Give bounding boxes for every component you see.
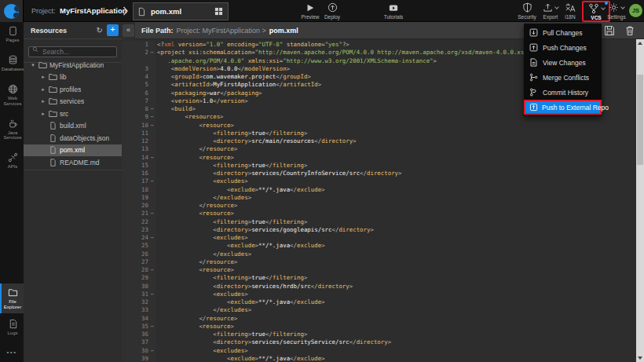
gutter-spacer <box>148 194 156 202</box>
code-line[interactable]: 30 <directory>services/hrdb/src</directo… <box>122 283 636 291</box>
scroll-up-arrow[interactable] <box>638 42 642 45</box>
code-line[interactable]: 19 </excludes> <box>122 194 636 202</box>
code-line[interactable]: 15 <filtering>true</filtering> <box>122 162 636 170</box>
code-line[interactable]: 28− <resource> <box>122 266 636 274</box>
fold-marker[interactable]: − <box>148 347 156 355</box>
sidebar-item-databases[interactable]: Databases <box>0 51 24 75</box>
tree-item-lib[interactable]: ▸lib <box>24 71 122 84</box>
menu-item-merge[interactable]: Merge Conflicts <box>524 70 602 85</box>
code-line[interactable]: 35− <resource> <box>122 323 636 331</box>
code-line[interactable]: 29 <filtering>true</filtering> <box>122 274 636 282</box>
code-line[interactable]: 38− <excludes> <box>122 347 636 355</box>
collapse-panel-button[interactable]: « <box>123 24 134 37</box>
fold-marker[interactable]: − <box>148 49 156 57</box>
i18n-button[interactable]: i18N <box>558 2 582 20</box>
sidebar-item-file-explorer[interactable]: File Explorer <box>0 283 24 313</box>
code-line[interactable]: 37 <directory>services/securityService/s… <box>122 338 636 346</box>
fold-marker[interactable]: − <box>148 266 156 274</box>
line-number: 9 <box>122 113 148 121</box>
code-line[interactable]: 24− <excludes> <box>122 234 636 242</box>
file-icon <box>48 122 57 130</box>
menu-item-push[interactable]: Push Changes <box>524 40 602 55</box>
code-line[interactable]: 14− <resource> <box>122 154 636 162</box>
fold-marker[interactable]: − <box>148 291 156 298</box>
tree-item-build-xml[interactable]: build.xml <box>24 120 122 133</box>
grid-icon[interactable] <box>214 7 223 16</box>
delete-button[interactable] <box>624 25 636 37</box>
code-line[interactable]: 32 <exclude>**/*.java</exclude> <box>122 298 636 306</box>
vertical-scrollbar[interactable] <box>636 39 644 362</box>
wavemaker-logo-icon <box>4 4 19 19</box>
sidebar-overflow-button[interactable]: ••• <box>0 344 24 362</box>
code-line[interactable]: 18 <exclude>**/*.java</exclude> <box>122 186 636 194</box>
sidebar-item-web-services[interactable]: Web Services <box>0 80 24 110</box>
save-button[interactable] <box>604 25 616 37</box>
code-line[interactable]: 17− <excludes> <box>122 177 636 185</box>
line-number: 20 <box>122 202 148 210</box>
sidebar-item-apis[interactable]: APIs <box>0 148 24 173</box>
deploy-button[interactable]: Deploy <box>318 2 346 20</box>
file-icon <box>48 159 57 166</box>
code-line[interactable]: 31− <excludes> <box>122 291 636 298</box>
tutorials-button[interactable]: Tutorials <box>379 2 408 20</box>
menu-item-history[interactable]: Commit History <box>524 85 602 100</box>
fold-marker[interactable]: − <box>148 323 156 331</box>
code-line[interactable]: 23 <directory>services/googleapis/src</d… <box>122 226 636 234</box>
code-line[interactable]: 13 </resource> <box>122 145 636 153</box>
fold-marker[interactable]: − <box>148 105 156 113</box>
code-line[interactable]: 33 </excludes> <box>122 306 636 314</box>
code-line[interactable]: 22 <filtering>true</filtering> <box>122 218 636 226</box>
code-line[interactable]: 12 <directory>src/main/resources</direct… <box>122 137 636 145</box>
git-branch-icon <box>588 3 599 14</box>
deploy-icon <box>327 2 338 13</box>
tree-item-readme-md[interactable]: README.md <box>24 156 122 169</box>
folder-icon <box>48 97 57 105</box>
menu-item-pull[interactable]: Pull Changes <box>524 25 602 40</box>
sidebar-item-logs[interactable]: Logs <box>0 315 24 339</box>
code-line[interactable]: 26 </excludes> <box>122 250 636 258</box>
tree-item-src[interactable]: ▸src <box>24 108 122 120</box>
menu-item-view[interactable]: View Changes <box>524 55 602 70</box>
tree-item-myfirstapplication[interactable]: ▾MyFirstApplication <box>24 59 122 71</box>
fold-marker[interactable]: − <box>148 122 156 130</box>
user-avatar[interactable]: JS <box>629 4 642 17</box>
add-resource-button[interactable]: + <box>107 24 119 36</box>
tree-item-profiles[interactable]: ▸profiles <box>24 83 122 96</box>
tab-pom-xml[interactable]: pom.xml <box>133 2 229 20</box>
code-line[interactable]: 39 <exclude>**/*.java</exclude> <box>122 355 636 362</box>
line-number: 31 <box>122 291 148 298</box>
line-number: 38 <box>122 347 148 355</box>
wavemaker-logo[interactable] <box>0 0 24 22</box>
tree-item-pom-xml[interactable]: pom.xml <box>24 144 122 157</box>
line-number: 8 <box>122 105 148 113</box>
tree-item-dataobjects-json[interactable]: dataObjects.json <box>24 132 122 144</box>
refresh-icon[interactable]: ↻ <box>97 26 103 35</box>
sidebar-item-pages[interactable]: Pages <box>0 22 24 46</box>
code-line[interactable]: 25 <exclude>**/*.java</exclude> <box>122 242 636 250</box>
fold-marker[interactable]: − <box>148 210 156 218</box>
file-icon <box>48 146 57 154</box>
menu-item-extrepo[interactable]: Push to External Repo <box>524 100 602 115</box>
fold-marker[interactable]: − <box>148 234 156 242</box>
code-line[interactable]: 10− <resource> <box>122 122 636 130</box>
search-input[interactable] <box>28 46 117 57</box>
scroll-down-arrow[interactable] <box>638 357 642 360</box>
fold-marker[interactable]: − <box>148 113 156 121</box>
fold-marker[interactable]: − <box>148 177 156 185</box>
line-number: 23 <box>122 226 148 234</box>
scrollbar-thumb[interactable] <box>637 75 643 165</box>
tree-item-services[interactable]: ▸services <box>24 96 122 108</box>
code-line[interactable]: 21− <resource> <box>122 210 636 218</box>
code-line[interactable]: 20 </resource> <box>122 202 636 210</box>
code-line[interactable]: 27 </resource> <box>122 258 636 266</box>
code-line[interactable]: 11 <filtering>true</filtering> <box>122 130 636 137</box>
fold-marker[interactable]: − <box>148 154 156 162</box>
sidebar-item-java-services[interactable]: Java Services <box>0 115 24 144</box>
gutter-spacer <box>148 186 156 194</box>
code-line[interactable]: 34 </resource> <box>122 315 636 323</box>
line-number: 10 <box>122 122 148 130</box>
code-line[interactable]: 36 <filtering>true</filtering> <box>122 331 636 338</box>
line-number: 16 <box>122 170 148 177</box>
code-line[interactable]: 16 <directory>services/CountryInfoServic… <box>122 170 636 177</box>
settings-button[interactable]: Settings <box>604 2 629 20</box>
